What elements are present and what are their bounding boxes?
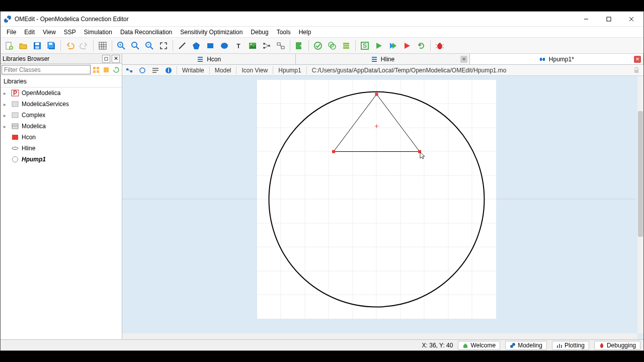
- transition-tool-button[interactable]: [274, 39, 287, 52]
- panel-close-button[interactable]: ✕: [112, 55, 120, 63]
- tree-item-modelica[interactable]: ▸Modelica: [1, 121, 122, 132]
- undo-button[interactable]: [63, 39, 76, 52]
- reload-icon[interactable]: [112, 65, 121, 74]
- menu-view[interactable]: View: [39, 28, 60, 37]
- tab-close-button[interactable]: ✕: [460, 56, 467, 63]
- svg-marker-32: [193, 42, 200, 49]
- save-all-button[interactable]: [45, 39, 58, 52]
- svg-rect-70: [12, 102, 18, 107]
- simulate-button[interactable]: [372, 39, 385, 52]
- expand-all-icon[interactable]: [92, 65, 101, 74]
- vertical-scrollbar[interactable]: [637, 76, 643, 333]
- menu-file[interactable]: File: [3, 28, 20, 37]
- svg-point-90: [140, 68, 145, 73]
- svg-point-41: [268, 45, 270, 47]
- svg-rect-67: [104, 67, 109, 72]
- svg-line-60: [436, 47, 437, 48]
- fit-button[interactable]: [157, 39, 170, 52]
- simulate-debug-button[interactable]: [400, 39, 414, 52]
- line-tool-button[interactable]: [176, 39, 189, 52]
- blue-lines-icon: [197, 56, 204, 63]
- menu-tools[interactable]: Tools: [273, 28, 295, 37]
- menu-data-reconciliation[interactable]: Data Reconciliation: [116, 28, 176, 37]
- svg-rect-44: [277, 43, 280, 45]
- svg-point-76: [12, 147, 18, 150]
- svg-rect-128: [561, 345, 562, 348]
- tab-hcon[interactable]: Hcon: [122, 54, 296, 64]
- connect-tool-button[interactable]: [260, 39, 273, 52]
- zoom-out-button[interactable]: [143, 39, 156, 52]
- new-button[interactable]: [3, 39, 16, 52]
- zoom-reset-button[interactable]: [129, 39, 142, 52]
- maximize-button[interactable]: [597, 12, 620, 26]
- lock-icon[interactable]: [631, 66, 641, 75]
- bitmap-tool-button[interactable]: [246, 39, 259, 52]
- svg-text:S: S: [363, 42, 367, 49]
- text-tool-button[interactable]: T: [232, 39, 245, 52]
- svg-rect-12: [35, 43, 39, 45]
- menu-simulation[interactable]: Simulation: [80, 28, 116, 37]
- perspective-debugging[interactable]: Debugging: [594, 341, 640, 350]
- polygon-tool-button[interactable]: [190, 39, 203, 52]
- menu-sensitivity[interactable]: Sensitivity Optimization: [176, 28, 247, 37]
- menu-help[interactable]: Help: [295, 28, 315, 37]
- horizontal-scrollbar[interactable]: [122, 333, 637, 339]
- resimulate-button[interactable]: [415, 39, 428, 52]
- svg-rect-63: [93, 67, 96, 69]
- canvas-area[interactable]: [122, 76, 643, 339]
- rectangle-tool-button[interactable]: [204, 39, 217, 52]
- svg-rect-75: [12, 135, 18, 140]
- svg-text:i: i: [168, 67, 169, 74]
- tree-item-hpump1[interactable]: Hpump1: [1, 154, 122, 165]
- menu-ssp[interactable]: SSP: [60, 28, 80, 37]
- documentation-view-icon[interactable]: i: [164, 66, 174, 75]
- grid-button[interactable]: [96, 39, 109, 52]
- tree-item-hline[interactable]: Hline: [1, 143, 122, 154]
- simulate-anim-button[interactable]: [386, 39, 399, 52]
- perspective-modeling[interactable]: Modeling: [505, 341, 547, 350]
- libraries-tree[interactable]: ▸POpenModelica ▸ModelicaServices ▸Comple…: [1, 87, 122, 339]
- libraries-label: Libraries: [1, 76, 122, 87]
- panel-float-icon[interactable]: [102, 55, 110, 63]
- ellipse-tool-button[interactable]: [218, 39, 231, 52]
- zoom-in-button[interactable]: [115, 39, 128, 52]
- minimize-button[interactable]: [575, 12, 597, 26]
- tree-item-hcon[interactable]: Hcon: [1, 132, 122, 143]
- perspective-welcome[interactable]: Welcome: [458, 341, 500, 350]
- svg-rect-64: [97, 67, 99, 69]
- simulate-setup-button[interactable]: S: [358, 39, 371, 52]
- svg-rect-65: [93, 70, 96, 73]
- perspective-plotting[interactable]: Plotting: [552, 341, 589, 350]
- file-path-label: C:/Users/gusta/AppData/Local/Temp/OpenMo…: [310, 67, 628, 74]
- tree-item-openmodelica[interactable]: ▸POpenModelica: [1, 87, 122, 99]
- tree-item-modelicaservices[interactable]: ▸ModelicaServices: [1, 99, 122, 110]
- svg-rect-51: [343, 43, 349, 49]
- collapse-all-icon[interactable]: [102, 65, 111, 74]
- export-button[interactable]: [293, 39, 306, 52]
- svg-rect-72: [12, 124, 18, 129]
- svg-line-43: [265, 46, 268, 48]
- open-button[interactable]: [17, 39, 30, 52]
- menu-edit[interactable]: Edit: [20, 28, 39, 37]
- instantiate-button[interactable]: [340, 39, 353, 52]
- check-all-button[interactable]: [326, 39, 339, 52]
- diagram-view-icon[interactable]: [124, 66, 134, 75]
- debug-config-button[interactable]: [433, 39, 446, 52]
- svg-rect-66: [97, 70, 99, 73]
- menu-debug[interactable]: Debug: [247, 28, 272, 37]
- text-view-icon[interactable]: [150, 66, 160, 75]
- svg-rect-120: [375, 93, 378, 96]
- svg-text:T: T: [236, 43, 240, 50]
- window-title: OMEdit - OpenModelica Connection Editor: [15, 16, 575, 23]
- close-button[interactable]: [620, 12, 642, 26]
- redo-button[interactable]: [77, 39, 91, 52]
- filter-classes-input[interactable]: [2, 65, 91, 74]
- tab-hline[interactable]: Hline ✕: [296, 54, 469, 64]
- save-button[interactable]: [31, 39, 44, 52]
- tab-hpump1[interactable]: Hpump1* ✕: [470, 54, 643, 64]
- icon-view-icon[interactable]: [137, 66, 147, 75]
- check-button[interactable]: [311, 39, 325, 52]
- svg-point-48: [314, 42, 321, 49]
- tab-close-button[interactable]: ✕: [634, 56, 641, 63]
- tree-item-complex[interactable]: ▸Complex: [1, 110, 122, 121]
